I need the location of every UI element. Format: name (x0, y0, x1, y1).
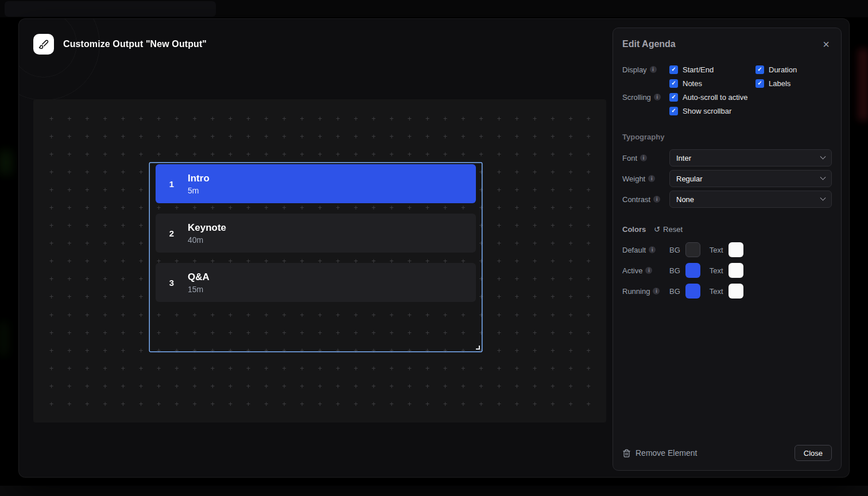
close-icon[interactable]: × (820, 37, 832, 51)
item-title: Q&A (188, 272, 210, 283)
display-row: Display i ✓ Start/End ✓ Duration ✓ Notes… (622, 63, 832, 90)
chevron-down-icon (820, 174, 826, 180)
contrast-select[interactable]: None (669, 191, 832, 208)
running-bg-swatch[interactable] (685, 284, 700, 299)
trash-icon (622, 449, 631, 458)
checkbox-label: Labels (769, 79, 790, 88)
info-icon: i (649, 246, 656, 253)
default-bg-swatch[interactable] (685, 242, 700, 257)
info-icon: i (650, 66, 657, 73)
contrast-value: None (676, 195, 694, 204)
item-duration: 15m (188, 285, 210, 294)
scrolling-row: Scrolling i ✓ Auto-scroll to active ✓ Sh… (622, 90, 832, 118)
close-button[interactable]: Close (795, 445, 832, 461)
display-label: Display (622, 65, 647, 74)
font-value: Inter (676, 154, 691, 162)
agenda-items: 1 Intro 5m 2 Keynote 40m 3 Q& (150, 163, 482, 302)
agenda-item-active[interactable]: 1 Intro 5m (156, 164, 476, 203)
resize-handle[interactable] (476, 346, 480, 350)
active-label: Active (622, 266, 642, 275)
weight-value: Regular (676, 175, 703, 183)
checkbox-auto-scroll[interactable]: ✓ Auto-scroll to active (669, 90, 747, 104)
font-select[interactable]: Inter (669, 149, 832, 166)
contrast-row: Contrast i None (622, 191, 832, 208)
item-number: 1 (156, 179, 188, 189)
item-title: Intro (188, 173, 210, 184)
default-text-swatch[interactable] (728, 242, 743, 257)
agenda-item[interactable]: 2 Keynote 40m (156, 214, 476, 253)
active-text-swatch[interactable] (728, 263, 743, 278)
checkbox-label: Start/End (683, 65, 714, 74)
checkbox-label: Auto-scroll to active (683, 93, 747, 102)
text-label: Text (710, 266, 723, 275)
info-icon: i (648, 175, 655, 182)
bg-label: BG (669, 246, 680, 254)
checkbox-checked-icon: ✓ (755, 65, 764, 74)
colors-header: Colors (622, 225, 646, 234)
info-icon: i (640, 154, 647, 161)
reset-colors-button[interactable]: ↺ Reset (654, 225, 683, 234)
checkbox-checked-icon: ✓ (669, 65, 678, 74)
reset-label: Reset (663, 225, 683, 234)
bg-label: BG (669, 266, 680, 275)
background-bottombar (0, 486, 868, 496)
active-color-row: Active i BG Text (622, 262, 832, 278)
default-label: Default (622, 246, 646, 254)
info-icon: i (653, 288, 660, 294)
panel-title: Edit Agenda (622, 39, 676, 49)
remove-element-button[interactable]: Remove Element (622, 448, 697, 458)
modal-title: Customize Output "New Output" (63, 39, 207, 49)
running-text-swatch[interactable] (728, 284, 743, 299)
item-number: 3 (156, 278, 188, 288)
running-color-row: Running i BG Text (622, 283, 832, 299)
running-label: Running (622, 287, 650, 296)
checkbox-labels[interactable]: ✓ Labels (755, 76, 797, 90)
decor-ring (18, 18, 100, 100)
customize-output-modal: Customize Output "New Output" ++++++++++… (18, 18, 850, 478)
info-icon: i (654, 94, 661, 100)
output-canvas[interactable]: ++++++++++++++++++++++++++++++++++++++++… (33, 99, 606, 423)
item-duration: 40m (188, 235, 226, 245)
weight-row: Weight i Regular (622, 170, 832, 187)
weight-select[interactable]: Regular (669, 170, 832, 187)
checkbox-label: Show scrollbar (683, 107, 731, 115)
remove-element-label: Remove Element (636, 448, 697, 458)
panel-footer: Remove Element Close (622, 445, 832, 461)
text-label: Text (710, 287, 723, 296)
checkbox-show-scrollbar[interactable]: ✓ Show scrollbar (669, 104, 747, 118)
checkbox-duration[interactable]: ✓ Duration (755, 63, 797, 76)
info-icon: i (653, 196, 660, 203)
text-label: Text (710, 246, 723, 254)
background-green-glow (0, 150, 13, 175)
checkbox-label: Notes (683, 79, 702, 88)
active-bg-swatch[interactable] (685, 263, 700, 278)
font-label: Font (622, 154, 637, 162)
typography-header: Typography (622, 133, 832, 141)
item-title: Keynote (188, 222, 226, 234)
modal-header: Customize Output "New Output" (33, 34, 207, 55)
contrast-label: Contrast (622, 195, 650, 204)
info-icon: i (645, 267, 652, 274)
agenda-item[interactable]: 3 Q&A 15m (156, 263, 476, 302)
edit-agenda-panel: Edit Agenda × Display i ✓ Start/End ✓ Du… (613, 28, 842, 471)
scrolling-label: Scrolling (622, 93, 651, 102)
background-tab (5, 1, 216, 17)
checkbox-checked-icon: ✓ (669, 107, 678, 115)
chevron-down-icon (820, 153, 826, 159)
brush-icon (33, 34, 54, 55)
item-duration: 5m (188, 186, 210, 195)
checkbox-notes[interactable]: ✓ Notes (669, 76, 755, 90)
default-color-row: Default i BG Text (622, 242, 832, 258)
colors-header-row: Colors ↺ Reset (622, 225, 832, 234)
agenda-element[interactable]: 1 Intro 5m 2 Keynote 40m 3 Q& (150, 163, 482, 351)
font-row: Font i Inter (622, 149, 832, 166)
chevron-down-icon (820, 195, 826, 200)
bg-label: BG (669, 287, 680, 296)
checkbox-start-end[interactable]: ✓ Start/End (669, 63, 755, 76)
checkbox-label: Duration (769, 65, 797, 74)
reset-icon: ↺ (654, 225, 660, 234)
weight-label: Weight (622, 175, 645, 183)
checkbox-checked-icon: ✓ (669, 93, 678, 102)
checkbox-checked-icon: ✓ (755, 79, 764, 88)
item-number: 2 (156, 228, 188, 238)
